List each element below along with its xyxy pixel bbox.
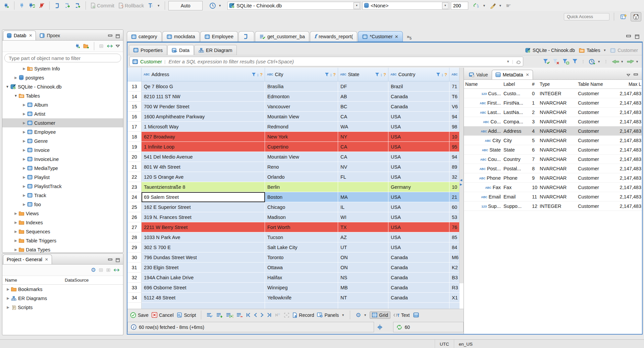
grid-cell-country[interactable]: [388, 303, 449, 309]
collapse-arrow-icon[interactable]: ▶: [22, 157, 26, 161]
meta-cell-type[interactable]: NVARCHAR: [538, 100, 577, 106]
expand-arrow-icon[interactable]: ▼: [5, 85, 10, 89]
meta-cell-ordinal[interactable]: 2: [532, 110, 538, 115]
tab-metadata[interactable]: MetaData ✕: [492, 70, 533, 79]
new-folder-icon[interactable]: [83, 44, 89, 49]
grid-cell-address[interactable]: 1033 N Park Ave: [142, 232, 265, 242]
tab-value-viewer[interactable]: Value: [465, 70, 492, 79]
grid-cell-city[interactable]: Fort Worth: [265, 222, 338, 232]
schema-selector-arrow[interactable]: ▼: [442, 2, 448, 9]
meta-row[interactable]: ABC FaxFax10NVARCHARCustomer2,147,483: [464, 183, 642, 192]
tree-item-data-types[interactable]: ▶Data Types: [2, 245, 123, 252]
row-number[interactable]: 25: [127, 202, 142, 212]
project-item-scripts[interactable]: ▶Scripts: [2, 303, 123, 312]
collapse-arrow-icon[interactable]: ▶: [22, 103, 26, 107]
meta-cell-table[interactable]: Customer: [577, 91, 610, 96]
editor-tab-get-customer-ba[interactable]: get_customer_ba: [255, 31, 309, 42]
grid-cell-country[interactable]: USA: [388, 142, 449, 152]
save-button[interactable]: Save: [130, 312, 149, 318]
grid-cell-country[interactable]: USA: [388, 202, 449, 212]
meta-cell-label[interactable]: Custo...: [502, 91, 532, 96]
grid-cell-address[interactable]: 8210 111 ST NW: [142, 92, 265, 102]
grid-cell-state[interactable]: UT: [338, 242, 388, 252]
grid-cell-state[interactable]: [338, 303, 388, 309]
new-connection-small-icon[interactable]: [75, 43, 80, 49]
grid-cell-postal[interactable]: 85: [449, 232, 460, 242]
meta-cell-name[interactable]: ABC Co...: [464, 119, 502, 124]
table-row[interactable]: 148210 111 ST NWEdmontonABCanadaT6: [127, 92, 460, 102]
new-connection-icon[interactable]: [2, 2, 11, 10]
meta-cell-label[interactable]: City: [502, 138, 532, 143]
link-with-editor-icon[interactable]: [113, 268, 120, 272]
tree-item-playlisttrack[interactable]: ▶PlaylistTrack: [2, 182, 123, 191]
table-row[interactable]: 25162 E Superior StreetChicagoILUSA60: [127, 202, 460, 212]
expand-item-icon[interactable]: [106, 268, 111, 272]
grid-cell-address[interactable]: 5112 48 Street: [142, 293, 265, 303]
grid-cell-city[interactable]: Redmond: [265, 122, 338, 132]
meta-cell-table[interactable]: Customer: [577, 147, 610, 153]
meta-column-#[interactable]: #: [532, 81, 538, 87]
rollback-button[interactable]: Rollback: [117, 2, 146, 9]
meta-cell-type[interactable]: NVARCHAR: [538, 147, 577, 153]
collapse-arrow-icon[interactable]: ▶: [22, 184, 26, 188]
meta-cell-label[interactable]: Compa...: [502, 119, 532, 124]
breadcrumb-database[interactable]: SQLite - Chinook.db: [533, 48, 575, 53]
meta-row[interactable]: ABC Last...LastNa...2NVARCHARCustomer2,1…: [464, 108, 642, 117]
grid-cell-address[interactable]: 696 Osborne Street: [142, 283, 265, 293]
grid-cell-postal[interactable]: 32: [449, 172, 460, 182]
meta-cell-table[interactable]: Customer: [577, 138, 610, 143]
last-page-icon[interactable]: [267, 312, 272, 317]
table-row[interactable]: 30796 Dundas Street WestTorontoONCanadaM…: [127, 252, 460, 263]
meta-cell-ordinal[interactable]: 5: [532, 138, 538, 143]
meta-column-name[interactable]: Name: [464, 81, 502, 87]
filter-funnel-icon[interactable]: [436, 72, 440, 77]
grid-cell-postal[interactable]: 98: [449, 122, 460, 132]
view-menu-icon[interactable]: [116, 45, 120, 48]
collapse-arrow-icon[interactable]: ▶: [6, 296, 10, 300]
breadcrumb-entity[interactable]: Customer: [618, 48, 638, 53]
sql-filter-input[interactable]: [168, 58, 503, 65]
row-number[interactable]: 13: [127, 81, 142, 92]
row-number[interactable]: 20: [127, 152, 142, 162]
tree-item-track[interactable]: ▶Track: [2, 191, 123, 200]
tree-item-album[interactable]: ▶Album: [2, 100, 123, 109]
table-row[interactable]: 281033 N Park AveTucsonAZUSA85: [127, 232, 460, 242]
tree-item-tables[interactable]: ▼Tables: [2, 91, 123, 100]
auto-refresh-icon[interactable]: ▼: [589, 58, 600, 65]
grid-cell-country[interactable]: Canada: [388, 263, 449, 273]
commit-button[interactable]: Commit: [89, 2, 116, 9]
view-menu-icon[interactable]: [627, 74, 630, 76]
grid-cell-state[interactable]: FL: [338, 172, 388, 182]
collapse-all-icon[interactable]: [99, 44, 104, 49]
editor-tab-category[interactable]: category: [127, 31, 162, 42]
table-row[interactable]: 31230 Elgin StreetOttawaONCanadaK2: [127, 263, 460, 273]
grid-cell-city[interactable]: [265, 303, 338, 309]
grid-cell-city[interactable]: Vancouver: [265, 102, 338, 112]
grid-cell-state[interactable]: MA: [338, 192, 388, 202]
panel-sash[interactable]: ◀▶: [459, 68, 464, 283]
tree-item-indexes[interactable]: ▶Indexes: [2, 218, 123, 227]
meta-cell-type[interactable]: NVARCHAR: [538, 110, 577, 115]
grid-cell-postal[interactable]: 76: [449, 222, 460, 232]
collapse-arrow-icon[interactable]: ▶: [22, 67, 26, 70]
tree-item-mediatype[interactable]: ▶MediaType: [2, 164, 123, 173]
meta-cell-max[interactable]: 2,147,483: [610, 91, 642, 96]
meta-cell-max[interactable]: 2,147,483: [610, 119, 642, 124]
grid-cell-postal[interactable]: 84: [449, 242, 460, 252]
nav-back-icon[interactable]: ▼: [611, 59, 624, 64]
row-number[interactable]: 23: [127, 182, 142, 192]
grid-cell-city[interactable]: Brasília: [265, 81, 338, 92]
meta-cell-type[interactable]: INTEGER: [538, 204, 577, 209]
tree-item-sequences[interactable]: ▶Sequences: [2, 227, 123, 236]
collapse-arrow-icon[interactable]: ▶: [22, 121, 26, 125]
grid-cell-address[interactable]: Tauentzienstraße 8: [142, 182, 265, 192]
grid-cell-city[interactable]: Madison: [265, 212, 338, 222]
meta-cell-label[interactable]: FirstNa...: [502, 100, 532, 106]
grid-cell-address[interactable]: Qe 7 Bloco G: [142, 81, 265, 92]
grid-cell-state[interactable]: MB: [338, 283, 388, 293]
grid-cell-country[interactable]: Canada: [388, 273, 449, 283]
grid-cell-country[interactable]: USA: [388, 112, 449, 122]
grid-cell-country[interactable]: USA: [388, 162, 449, 172]
table-row[interactable]: 161600 Amphitheatre ParkwayMountain View…: [127, 112, 460, 122]
meta-row[interactable]: ABC First...FirstNa...1NVARCHARCustomer2…: [464, 98, 642, 108]
